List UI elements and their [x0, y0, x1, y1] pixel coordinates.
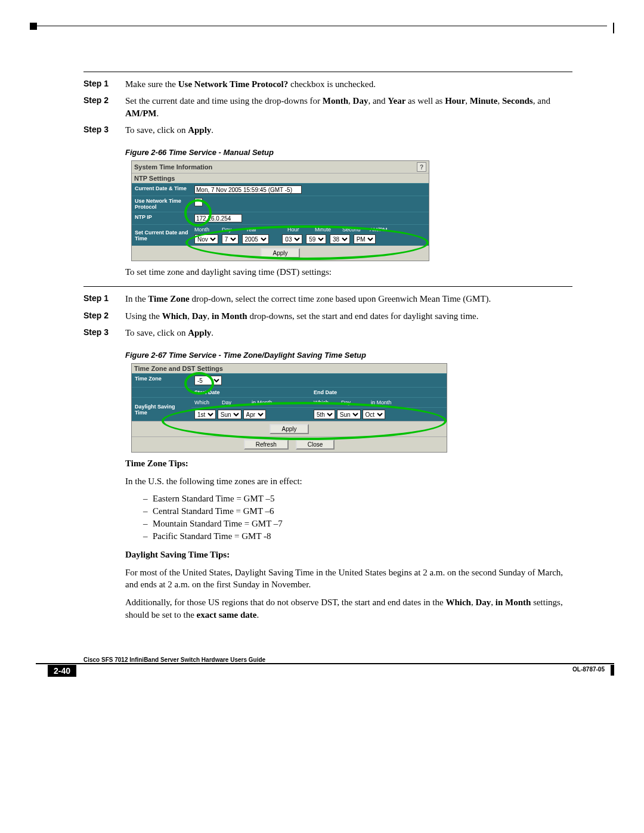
step-label: Step 2 — [83, 95, 125, 119]
close-button[interactable]: Close — [296, 439, 335, 450]
dst-p2: Additionally, for those US regions that … — [125, 596, 572, 621]
panel-subtitle: NTP Settings — [132, 173, 429, 183]
start-day-select[interactable]: Sun — [218, 410, 242, 419]
timezone-tips-intro: In the U.S. the following time zones are… — [125, 475, 572, 487]
divider — [83, 72, 572, 72]
year-select[interactable]: 2005 — [242, 234, 269, 244]
set-datetime-label: Set Current Date and Time — [132, 225, 191, 246]
col-day: Day — [222, 400, 252, 405]
figure-2-66: System Time Information ? NTP Settings C… — [131, 160, 572, 261]
step-label: Step 2 — [83, 310, 125, 322]
step-label: Step 1 — [83, 293, 125, 305]
step-text: Make sure the Use Network Time Protocol?… — [125, 78, 572, 90]
step-1a: Step 1 Make sure the Use Network Time Pr… — [83, 78, 572, 90]
figure-caption: Figure 2-67 Time Service - Time Zone/Day… — [125, 351, 572, 360]
start-month-select[interactable]: Apr — [243, 410, 266, 419]
col-day: Day — [222, 227, 246, 233]
month-select[interactable]: Nov — [194, 234, 218, 244]
current-datetime-label: Current Date & Time — [132, 184, 191, 196]
step-label: Step 3 — [83, 124, 125, 136]
refresh-button[interactable]: Refresh — [244, 439, 289, 450]
timezone-tips-heading: Time Zone Tips: — [125, 457, 572, 469]
start-which-select[interactable]: 1st — [194, 410, 216, 419]
col-inmonth: in Month — [252, 400, 287, 405]
minute-select[interactable]: 59 — [306, 234, 326, 244]
ntp-ip-field[interactable] — [194, 214, 242, 222]
current-datetime-field[interactable] — [194, 185, 302, 194]
col-year: Year — [246, 227, 287, 233]
use-ntp-label: Use Network Time Protocol — [132, 196, 191, 212]
step-text: Using the Which, Day, in Month drop-down… — [125, 310, 572, 322]
dst-tips-heading: Daylight Saving Time Tips: — [125, 549, 572, 561]
step-2b: Step 2 Using the Which, Day, in Month dr… — [83, 310, 572, 322]
col-inmonth: in Month — [371, 400, 407, 405]
col-second: Second — [342, 227, 370, 233]
step-1b: Step 1 In the Time Zone drop-down, selec… — [83, 293, 572, 305]
apply-button[interactable]: Apply — [261, 248, 299, 258]
footer-docid: OL-8787-05 — [572, 666, 605, 673]
divider — [83, 286, 572, 287]
step-label: Step 1 — [83, 78, 125, 90]
timezone-label: Time Zone — [132, 374, 191, 388]
end-month-select[interactable]: Oct — [363, 410, 385, 419]
step-text: To save, click on Apply. — [125, 124, 572, 136]
step-text: Set the current date and time using the … — [125, 95, 572, 119]
step-text: In the Time Zone drop-down, select the c… — [125, 293, 572, 305]
end-day-select[interactable]: Sun — [337, 410, 361, 419]
crop-marks — [30, 23, 614, 30]
col-month: Month — [194, 227, 222, 233]
hour-select[interactable]: 03 — [282, 234, 302, 244]
panel-title: System Time Information — [134, 163, 212, 171]
list-item: Pacific Standard Time = GMT -8 — [143, 531, 572, 541]
col-which: Which — [194, 400, 222, 405]
step-3b: Step 3 To save, click on Apply. — [83, 327, 572, 339]
ampm-select[interactable]: PM — [354, 234, 376, 244]
col-minute: Minute — [315, 227, 342, 233]
day-select[interactable]: 7 — [222, 234, 239, 244]
intro-text: To set time zone and daylight saving tim… — [125, 266, 572, 278]
end-which-select[interactable]: 5th — [314, 410, 335, 419]
start-date-header: Start Date — [191, 388, 311, 398]
step-label: Step 3 — [83, 327, 125, 339]
ntp-ip-label: NTP IP — [132, 212, 191, 225]
panel-title: Time Zone and DST Settings — [132, 364, 447, 373]
dst-label: Daylight Saving Time — [132, 398, 191, 422]
list-item: Mountain Standard Time = GMT –7 — [143, 519, 572, 529]
list-item: Central Standard Time = GMT –6 — [143, 506, 572, 516]
col-which: Which — [314, 400, 341, 405]
timezone-list: Eastern Standard Time = GMT –5 Central S… — [125, 494, 572, 541]
step-text: To save, click on Apply. — [125, 327, 572, 339]
step-3a: Step 3 To save, click on Apply. — [83, 124, 572, 136]
use-ntp-checkbox[interactable] — [194, 198, 203, 206]
page-number: 2-40 — [48, 665, 76, 677]
figure-2-67: Time Zone and DST Settings Time Zone -5 … — [131, 363, 572, 453]
col-ampm: AM/PM — [370, 227, 394, 233]
footer-book-title: Cisco SFS 7012 InfiniBand Server Switch … — [83, 657, 265, 663]
second-select[interactable]: 38 — [330, 234, 350, 244]
list-item: Eastern Standard Time = GMT –5 — [143, 494, 572, 504]
dst-p1: For most of the United States, Daylight … — [125, 566, 572, 591]
timezone-select[interactable]: -5 — [194, 376, 222, 385]
step-2a: Step 2 Set the current date and time usi… — [83, 95, 572, 119]
end-date-header: End Date — [311, 388, 447, 398]
crop-mark-icon — [611, 665, 614, 676]
page-footer: Cisco SFS 7012 InfiniBand Server Switch … — [36, 657, 614, 677]
figure-caption: Figure 2-66 Time Service - Manual Setup — [125, 148, 572, 157]
col-day: Day — [341, 400, 371, 405]
apply-button[interactable]: Apply — [270, 424, 308, 434]
col-hour: Hour — [287, 227, 315, 233]
help-icon[interactable]: ? — [417, 162, 426, 172]
